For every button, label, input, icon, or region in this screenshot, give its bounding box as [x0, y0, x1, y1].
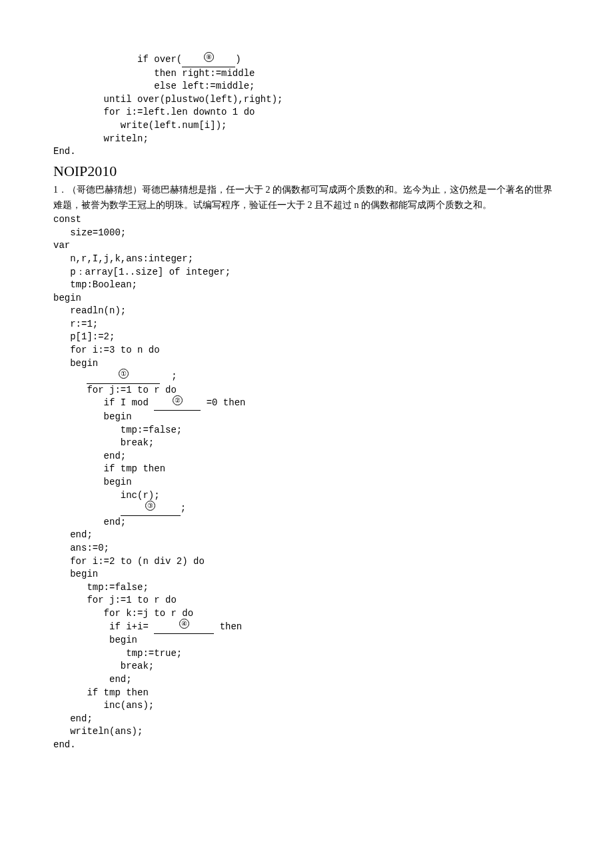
code-l40: end; — [53, 713, 560, 726]
blank-4-num: ④ — [179, 619, 189, 629]
text: then — [214, 621, 242, 632]
blank-1-num: ① — [119, 369, 129, 379]
text: if over( — [53, 54, 182, 65]
blank-2: ② — [154, 397, 201, 411]
code-l35: tmp:=true; — [53, 647, 560, 661]
code-l08: readln(n); — [53, 305, 560, 318]
text: ; — [160, 371, 177, 381]
code-l04: n,r,I,j,k,ans:integer; — [53, 253, 560, 266]
text: =0 then — [201, 397, 245, 408]
section-heading: NOIP2010 — [53, 161, 560, 182]
code-l23: ③; — [53, 502, 560, 516]
code-l07: begin — [53, 292, 560, 305]
code-l37: end; — [53, 673, 560, 687]
top-code-l2: then right:=middle — [53, 67, 560, 81]
code-l14: for j:=1 to r do — [53, 384, 560, 397]
code-l22: inc(r); — [53, 489, 560, 503]
code-l28: for i:=2 to (n div 2) do — [53, 555, 560, 569]
code-l27: ans:=0; — [53, 542, 560, 555]
code-l12: begin — [53, 357, 560, 371]
top-code-l7: writeln; — [53, 133, 560, 146]
code-l24: end; — [53, 516, 560, 529]
code-l41: writeln(ans); — [53, 725, 560, 739]
code-l42: end. — [53, 739, 560, 752]
code-l29: begin — [53, 568, 560, 581]
text: if I mod — [53, 397, 154, 408]
code-l33: if i+i= ④ then — [53, 621, 560, 635]
code-l20: if tmp then — [53, 463, 560, 476]
code-l32: for k:=j to r do — [53, 607, 560, 621]
problem-statement: 1．（哥德巴赫猜想）哥德巴赫猜想是指，任一大于 2 的偶数都可写成两个质数的和。… — [53, 182, 560, 214]
code-l01: const — [53, 213, 560, 227]
code-l36: break; — [53, 660, 560, 673]
code-l19: end; — [53, 450, 560, 463]
code-l10: p[1]:=2; — [53, 331, 560, 344]
code-l02: size=1000; — [53, 227, 560, 240]
blank-2-num: ② — [173, 395, 183, 405]
code-l11: for i:=3 to n do — [53, 344, 560, 357]
code-l21: begin — [53, 476, 560, 489]
blank-1: ① — [87, 370, 160, 384]
blank-8-num: ⑧ — [204, 52, 214, 62]
code-l31: for j:=1 to r do — [53, 594, 560, 607]
code-l03: var — [53, 239, 560, 253]
code-l38: if tmp then — [53, 687, 560, 700]
code-l39: inc(ans); — [53, 699, 560, 713]
code-l30: tmp:=false; — [53, 581, 560, 595]
top-code-l6: write(left.num[i]); — [53, 119, 560, 133]
text: ) — [235, 54, 241, 65]
text: ; — [181, 503, 186, 513]
code-l15: if I mod ② =0 then — [53, 397, 560, 411]
text: if i+i= — [53, 621, 154, 632]
top-code-l4: until over(plustwo(left),right); — [53, 93, 560, 107]
blank-3-num: ③ — [145, 501, 155, 511]
top-code-l8: End. — [53, 145, 560, 159]
code-l16: begin — [53, 411, 560, 424]
code-l13: ① ; — [53, 370, 560, 384]
top-code-l5: for i:=left.len downto 1 do — [53, 106, 560, 119]
code-l06: tmp:Boolean; — [53, 279, 560, 292]
top-code-l1: if over(⑧) — [53, 53, 560, 67]
code-l05: p：array[1..size] of integer; — [53, 266, 560, 279]
code-l25: end; — [53, 529, 560, 542]
blank-3: ③ — [121, 502, 181, 516]
blank-8: ⑧ — [182, 53, 235, 67]
code-l18: break; — [53, 437, 560, 450]
code-l09: r:=1; — [53, 318, 560, 331]
code-l34: begin — [53, 634, 560, 647]
blank-4: ④ — [154, 621, 214, 635]
top-code-l3: else left:=middle; — [53, 80, 560, 93]
code-l17: tmp:=false; — [53, 424, 560, 437]
